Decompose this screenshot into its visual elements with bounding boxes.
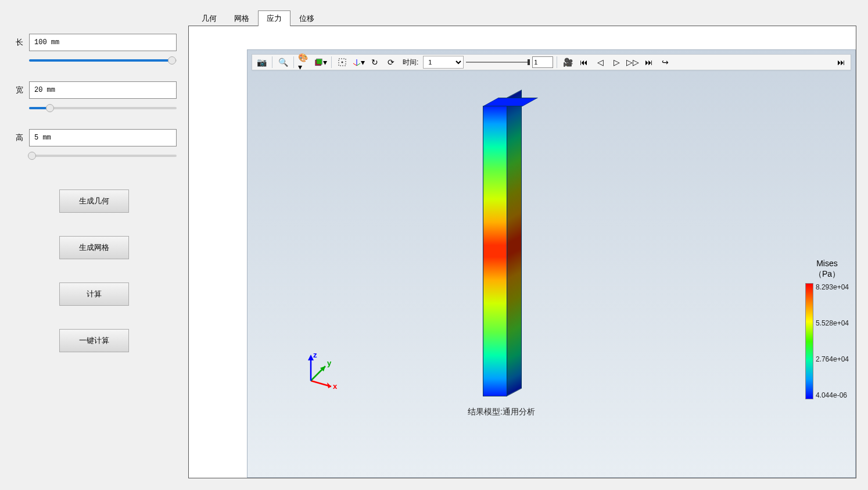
fit-view-icon[interactable] bbox=[335, 55, 349, 69]
param-height-slider[interactable] bbox=[29, 151, 177, 160]
rotate-icon[interactable]: ↻ bbox=[368, 55, 382, 69]
zoom-icon[interactable]: 🔍 bbox=[276, 55, 290, 69]
tab-mesh[interactable]: 网格 bbox=[225, 10, 258, 26]
legend-title: Mises bbox=[805, 259, 849, 268]
legend-tick-1: 5.528e+04 bbox=[816, 319, 849, 327]
step-input[interactable] bbox=[532, 56, 553, 68]
param-height-label: 高 bbox=[12, 133, 23, 143]
compute-button[interactable]: 计算 bbox=[59, 282, 129, 306]
skip-last-icon[interactable]: ⏭ bbox=[642, 55, 656, 69]
param-length-slider[interactable] bbox=[29, 56, 177, 65]
tab-stress[interactable]: 应力 bbox=[258, 10, 290, 26]
time-select[interactable]: 1 bbox=[423, 56, 464, 69]
svg-line-5 bbox=[357, 63, 360, 66]
refresh-icon[interactable]: ⟳ bbox=[384, 55, 398, 69]
legend-unit: （Pa） bbox=[805, 269, 849, 280]
svg-text:y: y bbox=[327, 359, 332, 367]
tab-bar: 几何 网格 应力 位移 bbox=[188, 10, 856, 26]
legend-tick-0: 8.293e+04 bbox=[816, 283, 849, 291]
play-icon[interactable]: ▷ bbox=[609, 55, 623, 69]
coordinate-triad: x y z bbox=[299, 340, 346, 388]
param-length-input[interactable] bbox=[29, 34, 177, 51]
step-back-icon[interactable]: ◁ bbox=[593, 55, 607, 69]
svg-marker-8 bbox=[327, 382, 331, 388]
svg-line-6 bbox=[353, 63, 357, 66]
video-icon[interactable]: 🎥 bbox=[561, 55, 575, 69]
tab-displacement[interactable]: 位移 bbox=[290, 10, 323, 26]
palette-icon[interactable]: 🎨▾ bbox=[297, 55, 311, 69]
generate-mesh-button[interactable]: 生成网格 bbox=[59, 236, 129, 259]
param-width-slider[interactable] bbox=[29, 103, 177, 113]
result-label: 结果模型:通用分析 bbox=[468, 407, 535, 417]
result-beam[interactable] bbox=[483, 98, 522, 403]
svg-point-3 bbox=[342, 62, 343, 63]
time-label: 时间: bbox=[403, 58, 418, 67]
param-height-input[interactable] bbox=[29, 129, 177, 146]
param-height-group: 高 bbox=[12, 129, 177, 146]
tab-geometry[interactable]: 几何 bbox=[193, 10, 225, 26]
svg-text:x: x bbox=[333, 382, 338, 391]
sidebar: 长 宽 高 生成几何 生成网格 计算 bbox=[0, 0, 188, 490]
legend-tick-3: 4.044e-06 bbox=[816, 391, 849, 399]
export-icon[interactable]: ↪ bbox=[658, 55, 672, 69]
legend-colorbar bbox=[805, 283, 813, 399]
axes-icon[interactable]: ▾ bbox=[351, 55, 365, 69]
skip-last2-icon[interactable]: ⏭ bbox=[834, 55, 848, 69]
color-legend: Mises （Pa） 8.293e+04 5.528e+04 2.764e+04… bbox=[805, 259, 849, 399]
main-area: 几何 网格 应力 位移 📷 🔍 🎨▾ ▾ ▾ bbox=[188, 0, 868, 490]
param-width-group: 宽 bbox=[12, 81, 177, 99]
time-slider[interactable] bbox=[466, 58, 530, 66]
svg-rect-1 bbox=[317, 59, 322, 64]
param-width-label: 宽 bbox=[12, 85, 23, 95]
param-length-group: 长 bbox=[12, 34, 177, 51]
legend-tick-2: 2.764e+04 bbox=[816, 355, 849, 363]
param-width-input[interactable] bbox=[29, 81, 177, 99]
viewer-background bbox=[247, 49, 856, 478]
viewer-toolbar: 📷 🔍 🎨▾ ▾ ▾ ↻ ⟳ 时间: 1 bbox=[252, 54, 851, 70]
skip-first-icon[interactable]: ⏮ bbox=[577, 55, 591, 69]
cube-icon[interactable]: ▾ bbox=[314, 55, 328, 69]
svg-text:z: z bbox=[313, 350, 317, 359]
param-length-label: 长 bbox=[12, 37, 23, 48]
one-click-compute-button[interactable]: 一键计算 bbox=[59, 329, 129, 352]
snapshot-icon[interactable]: 📷 bbox=[254, 55, 268, 69]
step-forward-icon[interactable]: ▷▷ bbox=[626, 55, 640, 69]
generate-geometry-button[interactable]: 生成几何 bbox=[59, 189, 129, 213]
viewport-panel: 📷 🔍 🎨▾ ▾ ▾ ↻ ⟳ 时间: 1 bbox=[188, 26, 856, 478]
